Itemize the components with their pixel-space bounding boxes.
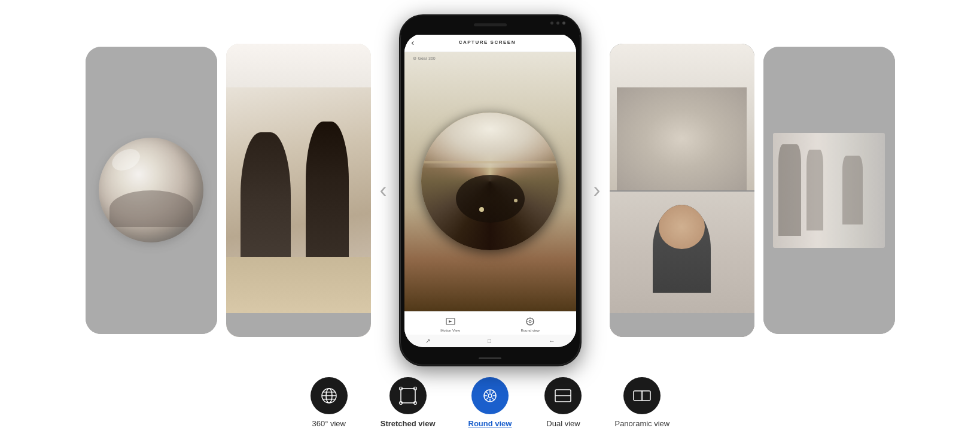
icon-stretched: [389, 377, 427, 414]
sphere-visual: [99, 138, 203, 242]
label-panoramic: Panoramic view: [614, 419, 669, 428]
svg-rect-12: [401, 389, 415, 403]
view-option-stretched[interactable]: Stretched view: [381, 377, 436, 428]
screen-header: ‹ CAPTURE SCREEN: [404, 34, 576, 52]
svg-line-26: [486, 397, 488, 399]
nav-home-icon[interactable]: □: [488, 338, 491, 344]
icon-panoramic: [623, 377, 661, 414]
svg-line-25: [492, 392, 494, 394]
tiny-planet-visual: [421, 113, 559, 250]
label-dual: Dual view: [546, 419, 580, 428]
icon-round: [471, 377, 509, 414]
label-360: 360° view: [312, 419, 346, 428]
view-option-panoramic[interactable]: Panoramic view: [614, 377, 669, 428]
screen-nav-bar: ↗ □ ←: [404, 335, 576, 347]
screen-content: [404, 52, 576, 311]
svg-point-2: [529, 320, 531, 323]
next-arrow[interactable]: ›: [594, 178, 601, 203]
label-round: Round view: [468, 419, 512, 428]
view-option-dual[interactable]: Dual view: [544, 377, 582, 428]
card-stretched-view: [226, 44, 371, 337]
view-option-360[interactable]: 360° view: [311, 377, 348, 428]
icon-360: [311, 377, 348, 414]
center-phone: ‹ CAPTURE SCREEN ⚙ Gear 360: [399, 14, 582, 366]
phone-bottom-bar: [479, 357, 501, 359]
view-selector: 360° view Stretched view: [0, 368, 980, 440]
view-option-round[interactable]: Round view: [468, 377, 512, 428]
label-stretched: Stretched view: [381, 419, 436, 428]
card-panoramic-view: [763, 47, 895, 334]
screen-bottom-controls: Motion View: [404, 311, 576, 335]
prev-arrow[interactable]: ‹: [380, 178, 387, 203]
card-360-view: [86, 47, 217, 334]
round-view-button[interactable]: Round view: [521, 315, 539, 332]
svg-rect-29: [634, 391, 650, 400]
card-dual-view: [610, 44, 754, 337]
svg-line-23: [486, 392, 488, 394]
svg-point-18: [488, 394, 492, 397]
screen-title: CAPTURE SCREEN: [459, 40, 516, 45]
screen-watermark: ⚙ Gear 360: [413, 56, 436, 61]
screen-back-icon[interactable]: ‹: [412, 38, 415, 47]
icon-dual: [544, 377, 582, 414]
motion-view-button[interactable]: Motion View: [440, 315, 460, 332]
nav-recent-icon[interactable]: ←: [549, 338, 555, 344]
svg-line-24: [492, 397, 494, 399]
nav-back-icon[interactable]: ↗: [425, 338, 430, 344]
